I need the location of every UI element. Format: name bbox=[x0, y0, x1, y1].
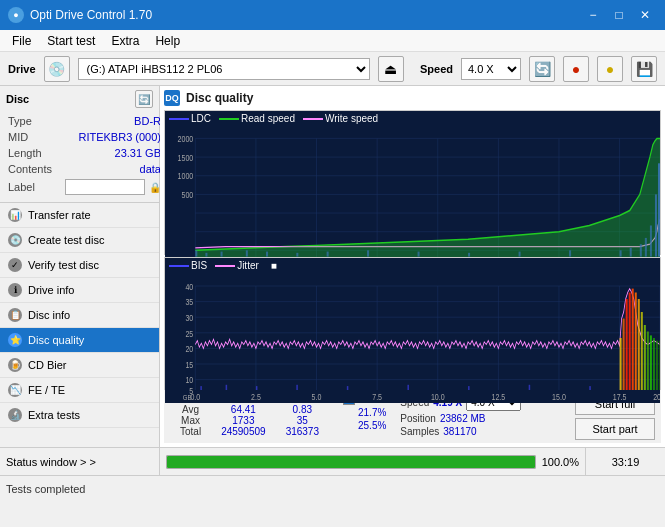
nav-verify-test-disc[interactable]: ✓ Verify test disc bbox=[0, 253, 159, 278]
chart2-container: BIS Jitter ■ bbox=[164, 257, 661, 389]
progress-percent: 100.0% bbox=[542, 456, 579, 468]
nav-label-fe-te: FE / TE bbox=[28, 384, 65, 396]
nav-disc-quality[interactable]: ⭐ Disc quality bbox=[0, 328, 159, 353]
label-input[interactable] bbox=[65, 179, 145, 195]
svg-rect-113 bbox=[659, 341, 660, 390]
svg-rect-111 bbox=[653, 338, 655, 390]
svg-rect-118 bbox=[347, 386, 349, 390]
maximize-button[interactable]: □ bbox=[607, 5, 631, 25]
nav-label-extra-tests: Extra tests bbox=[28, 409, 80, 421]
nav-drive-info[interactable]: ℹ Drive info bbox=[0, 278, 159, 303]
svg-rect-103 bbox=[629, 293, 631, 391]
ldc-color bbox=[169, 118, 189, 120]
read-speed-label: Read speed bbox=[241, 113, 295, 124]
title-bar: ● Opti Drive Control 1.70 − □ ✕ bbox=[0, 0, 665, 30]
nav-label-create-test-disc: Create test disc bbox=[28, 234, 104, 246]
menu-start-test[interactable]: Start test bbox=[39, 32, 103, 50]
avg-ldc: 64.41 bbox=[211, 404, 276, 415]
svg-rect-117 bbox=[296, 385, 298, 390]
yellow-btn[interactable]: ● bbox=[597, 56, 623, 82]
nav-create-test-disc[interactable]: 💿 Create test disc bbox=[0, 228, 159, 253]
nav-fe-te[interactable]: 📉 FE / TE bbox=[0, 378, 159, 403]
disc-refresh-btn[interactable]: 🔄 bbox=[135, 90, 153, 108]
svg-text:15: 15 bbox=[185, 360, 193, 370]
svg-text:7.5: 7.5 bbox=[372, 393, 382, 403]
disc-header: Disc 🔄 bbox=[6, 90, 153, 108]
svg-rect-60 bbox=[165, 273, 660, 403]
samples-val: 381170 bbox=[443, 426, 476, 437]
status-time: 33:19 bbox=[585, 448, 665, 475]
drive-icon-btn[interactable]: 💿 bbox=[44, 56, 70, 82]
save-btn[interactable]: 💾 bbox=[631, 56, 657, 82]
svg-text:20: 20 bbox=[185, 344, 193, 354]
nav-label-transfer-rate: Transfer rate bbox=[28, 209, 91, 221]
charts-area: LDC Read speed Write speed bbox=[164, 110, 661, 389]
bis-label: BIS bbox=[191, 260, 207, 271]
speed-select[interactable]: 4.0 X bbox=[461, 58, 521, 80]
start-part-btn[interactable]: Start part bbox=[575, 418, 655, 440]
label-label: Label bbox=[8, 178, 63, 196]
create-test-disc-icon: 💿 bbox=[8, 233, 22, 247]
contents-value: data bbox=[65, 162, 161, 176]
svg-rect-101 bbox=[623, 319, 625, 391]
menu-extra[interactable]: Extra bbox=[103, 32, 147, 50]
refresh-btn[interactable]: 🔄 bbox=[529, 56, 555, 82]
total-bis: 316373 bbox=[276, 426, 329, 437]
svg-text:500: 500 bbox=[181, 190, 193, 200]
svg-rect-114 bbox=[200, 386, 202, 390]
nav-label-drive-info: Drive info bbox=[28, 284, 74, 296]
svg-text:40: 40 bbox=[185, 282, 193, 292]
position-row: Position 23862 MB bbox=[400, 413, 521, 424]
type-label: Type bbox=[8, 114, 63, 128]
svg-rect-112 bbox=[656, 341, 658, 390]
jitter-max-val: 25.5% bbox=[343, 420, 386, 431]
close-button[interactable]: ✕ bbox=[633, 5, 657, 25]
max-label: Max bbox=[170, 415, 211, 426]
svg-rect-102 bbox=[626, 299, 628, 390]
eject-btn[interactable]: ⏏ bbox=[378, 56, 404, 82]
app-title: Opti Drive Control 1.70 bbox=[30, 8, 152, 22]
progress-bar-outer bbox=[166, 455, 536, 469]
svg-rect-106 bbox=[638, 299, 640, 390]
right-panel: DQ Disc quality LDC Read speed bbox=[160, 86, 665, 447]
ldc-label: LDC bbox=[191, 113, 211, 124]
samples-row: Samples 381170 bbox=[400, 426, 521, 437]
dq-title: Disc quality bbox=[186, 91, 253, 105]
length-value: 23.31 GB bbox=[65, 146, 161, 160]
minimize-button[interactable]: − bbox=[581, 5, 605, 25]
avg-row: Avg 64.41 0.83 bbox=[170, 404, 329, 415]
nav-cd-bier[interactable]: 🍺 CD Bier bbox=[0, 353, 159, 378]
max-bis: 35 bbox=[276, 415, 329, 426]
nav-transfer-rate[interactable]: 📊 Transfer rate bbox=[0, 203, 159, 228]
status-bar: Status window > > 100.0% 33:19 bbox=[0, 447, 665, 475]
status-progress-area: 100.0% bbox=[160, 448, 585, 475]
svg-text:1500: 1500 bbox=[178, 153, 194, 163]
svg-text:12.5: 12.5 bbox=[491, 393, 505, 403]
nav-extra-tests[interactable]: 🔬 Extra tests bbox=[0, 403, 159, 428]
chart2-svg: 40 35 30 25 20 15 10 5 40% 32% 24% 16% 8… bbox=[165, 273, 660, 403]
fe-te-icon: 📉 bbox=[8, 383, 22, 397]
disc-quality-icon: ⭐ bbox=[8, 333, 22, 347]
drive-select[interactable]: (G:) ATAPI iHBS112 2 PL06 bbox=[78, 58, 370, 80]
svg-text:20.0: 20.0 bbox=[653, 393, 660, 403]
max-row: Max 1733 35 bbox=[170, 415, 329, 426]
red-btn[interactable]: ● bbox=[563, 56, 589, 82]
progress-bar-inner bbox=[167, 456, 535, 468]
total-ldc: 24590509 bbox=[211, 426, 276, 437]
svg-text:5.0: 5.0 bbox=[312, 393, 322, 403]
menu-help[interactable]: Help bbox=[147, 32, 188, 50]
label-input-row: 🔒 bbox=[65, 179, 161, 195]
svg-text:2000: 2000 bbox=[178, 134, 194, 144]
status-window-btn[interactable]: Status window > > bbox=[0, 448, 160, 475]
svg-text:1000: 1000 bbox=[178, 172, 194, 182]
chart1-svg: 2000 1500 1000 500 18X 16X 14X 12X 10X 8… bbox=[165, 126, 660, 269]
menu-file[interactable]: File bbox=[4, 32, 39, 50]
chart1-container: LDC Read speed Write speed bbox=[164, 110, 661, 255]
speed-label: Speed bbox=[420, 63, 453, 75]
nav-disc-info[interactable]: 📋 Disc info bbox=[0, 303, 159, 328]
write-speed-color bbox=[303, 118, 323, 120]
disc-header-label: Disc bbox=[6, 93, 29, 105]
svg-text:0.0: 0.0 bbox=[190, 393, 200, 403]
title-bar-controls: − □ ✕ bbox=[581, 5, 657, 25]
verify-test-disc-icon: ✓ bbox=[8, 258, 22, 272]
